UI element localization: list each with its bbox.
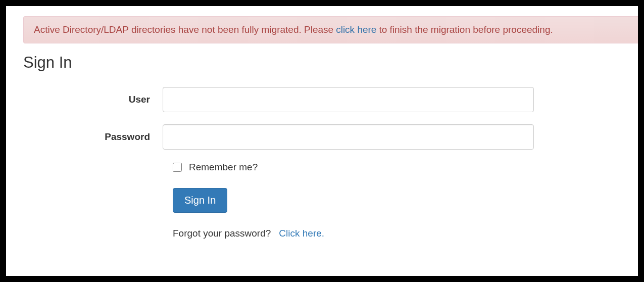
forgot-text: Forgot your password? [173,228,271,239]
forgot-link[interactable]: Click here. [279,228,324,239]
page-title: Sign In [23,54,638,72]
sign-in-button[interactable]: Sign In [173,188,227,213]
remember-row: Remember me? [173,162,638,173]
page-container: Active Directory/LDAP directories have n… [6,6,638,276]
forgot-row: Forgot your password? Click here. [173,228,638,239]
alert-text-before: Active Directory/LDAP directories have n… [34,24,333,35]
user-input[interactable] [163,87,534,112]
submit-row: Sign In [173,188,638,213]
migration-alert: Active Directory/LDAP directories have n… [23,16,638,43]
password-row: Password [6,124,638,150]
password-input[interactable] [163,124,534,150]
user-label: User [6,94,163,105]
password-label: Password [6,131,163,143]
remember-label: Remember me? [189,162,258,173]
remember-checkbox[interactable] [173,163,182,172]
alert-text-after: to finish the migration before proceedin… [379,24,553,35]
user-row: User [6,87,638,112]
alert-link[interactable]: click here [336,24,376,35]
